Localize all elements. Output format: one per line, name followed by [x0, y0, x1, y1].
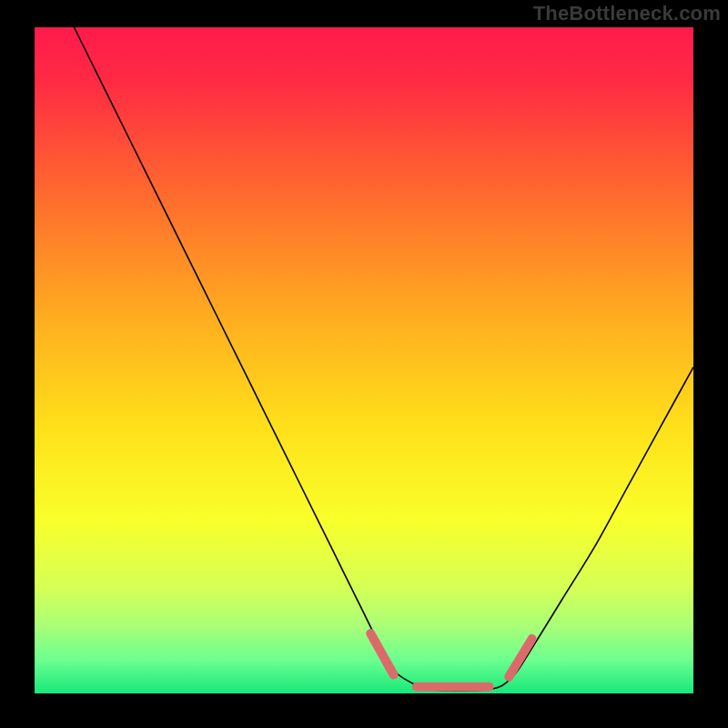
plot-background-gradient: [35, 27, 693, 693]
bottleneck-chart: [0, 0, 728, 728]
chart-frame: TheBottleneck.com: [0, 0, 728, 728]
watermark-text: TheBottleneck.com: [533, 2, 721, 25]
